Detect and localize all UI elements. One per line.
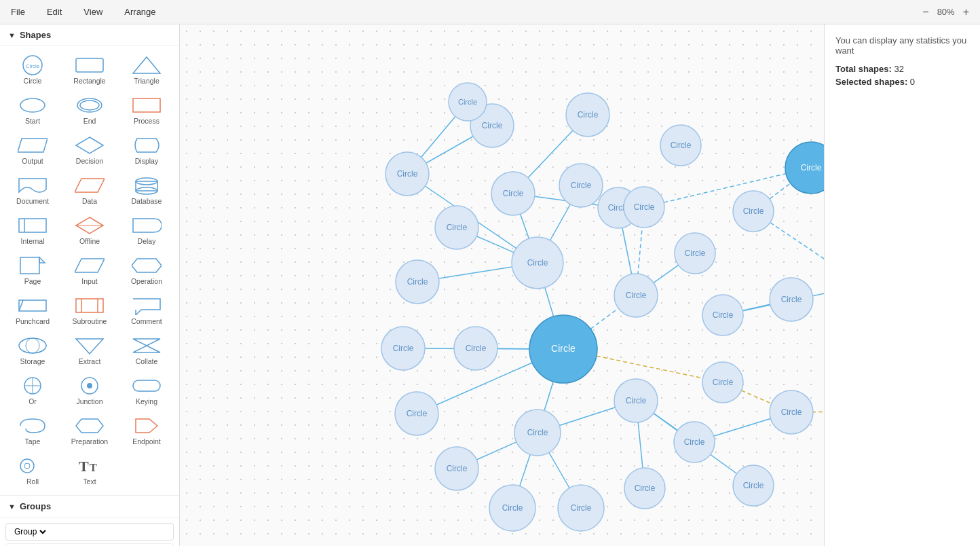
total-shapes-stat: Total shapes: 32: [835, 64, 969, 74]
node-n15[interactable]: Circle: [702, 295, 743, 335]
svg-marker-31: [133, 346, 160, 352]
node-n23[interactable]: Circle: [395, 392, 438, 435]
node-n24[interactable]: Circle: [435, 447, 478, 490]
node-n11[interactable]: Circle: [396, 260, 439, 304]
shape-item-punchcard[interactable]: Punchcard: [5, 292, 60, 329]
canvas-area[interactable]: CircleCircleCircleCircleCircleCircleCirc…: [180, 24, 824, 546]
node-n9[interactable]: Circle: [435, 206, 478, 249]
shape-item-offline[interactable]: Offline: [62, 212, 117, 249]
shape-item-triangle[interactable]: Triangle: [119, 52, 174, 89]
menu-arrange[interactable]: Arrange: [120, 4, 159, 20]
shape-item-process[interactable]: Process: [119, 92, 174, 129]
shapes-section-header[interactable]: ▼ Shapes: [0, 24, 179, 46]
node-n14[interactable]: Circle: [675, 233, 715, 274]
diagram-svg[interactable]: CircleCircleCircleCircleCircleCircleCirc…: [180, 24, 824, 546]
node-n6[interactable]: Circle: [491, 172, 535, 215]
node-n26[interactable]: Circle: [558, 485, 604, 531]
groups-arrow-icon: ▼: [8, 503, 16, 511]
node-label: Circle: [743, 481, 764, 490]
node-label: Circle: [527, 258, 548, 268]
node-n28[interactable]: Circle: [702, 362, 743, 403]
menu-view[interactable]: View: [79, 4, 107, 20]
node-n20[interactable]: Circle: [454, 327, 497, 370]
shape-item-delay[interactable]: Delay: [119, 212, 174, 249]
selected-shapes-stat: Selected shapes: 0: [835, 77, 969, 87]
shape-item-end[interactable]: End: [62, 92, 117, 129]
node-n2[interactable]: Circle: [566, 93, 609, 136]
shape-item-circle[interactable]: CircleCircle: [5, 52, 60, 89]
shape-item-input[interactable]: Input: [62, 252, 117, 289]
shape-item-text[interactable]: TTText: [62, 452, 117, 490]
shape-item-rect[interactable]: Rectangle: [62, 52, 117, 89]
zoom-in-button[interactable]: +: [959, 5, 973, 20]
node-n29[interactable]: Circle: [674, 422, 715, 462]
node-center[interactable]: Circle: [529, 315, 597, 383]
shape-item-tape[interactable]: Tape: [5, 412, 60, 450]
shape-item-operation[interactable]: Operation: [119, 252, 174, 289]
group-item[interactable]: Group: [5, 523, 174, 541]
shape-item-data[interactable]: Data: [62, 172, 117, 209]
svg-marker-20: [75, 259, 105, 272]
svg-marker-21: [132, 259, 162, 272]
shape-item-subroutine[interactable]: Subroutine: [62, 292, 117, 329]
shape-item-internal[interactable]: Internal: [5, 212, 60, 249]
shape-item-or[interactable]: Or: [5, 372, 60, 410]
groups-section-header[interactable]: ▼ Groups: [0, 496, 179, 517]
node-n31[interactable]: Circle: [733, 465, 774, 506]
node-n13[interactable]: Circle: [624, 187, 664, 228]
shape-item-storage[interactable]: Storage: [5, 332, 60, 369]
shape-item-roll[interactable]: Roll: [5, 452, 60, 490]
shape-item-page[interactable]: Page: [5, 252, 60, 289]
shape-label-roll: Roll: [26, 477, 39, 486]
shape-item-extract[interactable]: Extract: [62, 332, 117, 369]
shape-item-start[interactable]: Start: [5, 92, 60, 129]
shape-label-or: Or: [29, 397, 37, 405]
shape-icon-page: [18, 256, 48, 275]
node-n5[interactable]: Circle: [385, 152, 429, 196]
shape-label-subroutine: Subroutine: [73, 317, 107, 325]
node-label: Circle: [626, 396, 647, 405]
node-n30[interactable]: Circle: [624, 468, 665, 509]
node-n7[interactable]: Circle: [559, 164, 603, 207]
shape-item-diamond[interactable]: Decision: [62, 132, 117, 169]
node-label: Circle: [527, 428, 548, 437]
node-n10[interactable]: Circle: [512, 237, 563, 289]
node-n17[interactable]: Circle: [785, 142, 824, 194]
shape-label-document: Document: [16, 197, 49, 205]
node-n3[interactable]: Circle: [660, 125, 701, 166]
menu-edit[interactable]: Edit: [43, 4, 66, 20]
svg-marker-3: [133, 57, 160, 73]
shape-item-display[interactable]: Display: [119, 132, 174, 169]
shape-label-end: End: [83, 117, 96, 125]
shape-icon-or: [18, 376, 48, 395]
shape-item-collate[interactable]: Collate: [119, 332, 174, 369]
node-n22[interactable]: Circle: [514, 410, 561, 456]
shape-item-junction[interactable]: Junction: [62, 372, 117, 410]
menu-file[interactable]: File: [7, 4, 29, 20]
node-label: Circle: [781, 407, 802, 417]
shape-item-endpoint[interactable]: Endpoint: [119, 412, 174, 450]
node-n18[interactable]: Circle: [733, 191, 774, 232]
node-n12[interactable]: Circle: [614, 274, 658, 317]
node-n21[interactable]: Circle: [381, 327, 425, 370]
shape-label-offline: Offline: [79, 237, 100, 245]
node-label: Circle: [743, 206, 764, 216]
node-n16[interactable]: Circle: [770, 278, 813, 321]
node-n4[interactable]: Circle: [449, 83, 487, 121]
node-n27[interactable]: Circle: [614, 379, 658, 422]
shape-item-keying[interactable]: Keying: [119, 372, 174, 410]
shape-item-database[interactable]: Database: [119, 172, 174, 209]
shape-icon-input: [75, 256, 105, 275]
node-n32[interactable]: Circle: [770, 390, 813, 434]
zoom-out-button[interactable]: −: [918, 5, 932, 20]
group-select[interactable]: Group: [12, 526, 48, 537]
svg-point-27: [19, 338, 46, 353]
shape-label-preparation: Preparation: [71, 437, 108, 445]
shape-icon-delay: [132, 216, 162, 235]
shape-item-output[interactable]: Output: [5, 132, 60, 169]
node-n25[interactable]: Circle: [489, 485, 535, 531]
shape-item-preparation[interactable]: Preparation: [62, 412, 117, 450]
shape-item-document[interactable]: Document: [5, 172, 60, 209]
shape-item-comment[interactable]: Comment: [119, 292, 174, 329]
svg-rect-14: [19, 219, 46, 232]
